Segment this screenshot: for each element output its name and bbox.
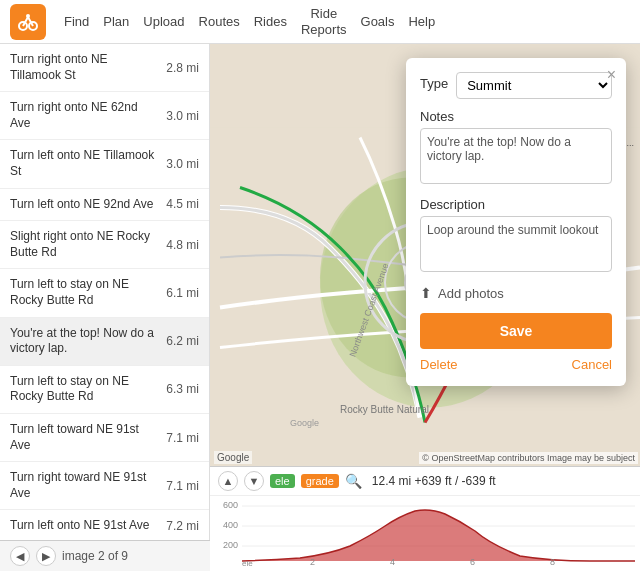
route-item[interactable]: Turn left onto NE Tillamook St3.0 mi [0, 140, 209, 188]
route-item-dist: 6.1 mi [166, 286, 199, 300]
page-label: image 2 of 9 [62, 549, 128, 563]
route-item-text: Turn left onto NE 91st Ave [10, 518, 158, 534]
overlay-panel: × Type Summit Sprint Climb Descent Photo… [406, 58, 626, 386]
elevation-controls: ▲ ▼ ele grade 🔍 12.4 mi +639 ft / -639 f… [210, 467, 640, 496]
nav-find[interactable]: Find [64, 14, 89, 29]
cancel-button[interactable]: Cancel [572, 357, 612, 372]
osm-attribution: © OpenStreetMap contributors Image may b… [419, 452, 638, 464]
route-item-dist: 3.0 mi [166, 109, 199, 123]
description-section: Description Loop around the summit looko… [420, 197, 612, 275]
route-item-text: Turn left onto NE 92nd Ave [10, 197, 158, 213]
route-item-text: You're at the top! Now do a victory lap. [10, 326, 158, 357]
route-item-dist: 6.2 mi [166, 334, 199, 348]
svg-text:8: 8 [550, 557, 555, 567]
next-arrow[interactable]: ▶ [36, 546, 56, 566]
svg-text:200: 200 [223, 540, 238, 550]
ele-next[interactable]: ▼ [244, 471, 264, 491]
route-item[interactable]: Turn right onto NE Tillamook St2.8 mi [0, 44, 209, 92]
bottom-bar: ◀ ▶ image 2 of 9 [0, 540, 210, 571]
route-item[interactable]: Turn left onto NE 92nd Ave4.5 mi [0, 189, 209, 222]
route-item-dist: 4.8 mi [166, 238, 199, 252]
camera-icon: ⬆ [420, 285, 432, 301]
route-item-text: Slight right onto NE Rocky Butte Rd [10, 229, 158, 260]
svg-text:(ft): (ft) [242, 567, 252, 568]
notes-section: Notes You're at the top! Now do a victor… [420, 109, 612, 187]
route-item-dist: 7.1 mi [166, 431, 199, 445]
elevation-svg: 600 400 200 ele (ft) 2 4 6 8 [210, 496, 640, 568]
svg-text:2: 2 [310, 557, 315, 567]
add-photos-row[interactable]: ⬆ Add photos [420, 285, 612, 301]
route-item-text: Turn left toward NE 91st Ave [10, 422, 158, 453]
delete-button[interactable]: Delete [420, 357, 458, 372]
svg-text:4: 4 [390, 557, 395, 567]
grade-badge[interactable]: grade [301, 474, 339, 488]
nav-upload[interactable]: Upload [143, 14, 184, 29]
nav-rides[interactable]: Rides [254, 14, 287, 29]
ele-badge[interactable]: ele [270, 474, 295, 488]
route-item-dist: 3.0 mi [166, 157, 199, 171]
svg-text:Google: Google [290, 418, 319, 428]
route-item-text: Turn right onto NE 62nd Ave [10, 100, 158, 131]
route-item-text: Turn right toward NE 91st Ave [10, 470, 158, 501]
route-item[interactable]: Turn left to stay on NE Rocky Butte Rd6.… [0, 269, 209, 317]
route-item-text: Turn left to stay on NE Rocky Butte Rd [10, 374, 158, 405]
type-label: Type [420, 76, 448, 91]
svg-point-2 [26, 14, 30, 18]
nav-plan[interactable]: Plan [103, 14, 129, 29]
nav-help[interactable]: Help [408, 14, 435, 29]
route-item[interactable]: Turn left onto NE 91st Ave7.2 mi [0, 510, 209, 543]
notes-textarea[interactable]: You're at the top! Now do a victory lap. [420, 128, 612, 184]
nav-links: Find Plan Upload Routes Rides RideReport… [64, 6, 435, 37]
main-layout: Turn right onto NE Tillamook St2.8 miTur… [0, 44, 640, 571]
notes-label: Notes [420, 109, 612, 124]
nav-routes[interactable]: Routes [199, 14, 240, 29]
nav-bar: Find Plan Upload Routes Rides RideReport… [0, 0, 640, 44]
route-item[interactable]: Turn right toward NE 91st Ave7.1 mi [0, 462, 209, 510]
bottom-actions: Delete Cancel [420, 357, 612, 372]
add-photos-label: Add photos [438, 286, 504, 301]
elevation-chart: 600 400 200 ele (ft) 2 4 6 8 [210, 496, 640, 568]
google-attribution: Google [214, 451, 252, 464]
save-button[interactable]: Save [420, 313, 612, 349]
type-select[interactable]: Summit Sprint Climb Descent Photo Food O… [456, 72, 612, 99]
route-item-dist: 2.8 mi [166, 61, 199, 75]
type-row: Type Summit Sprint Climb Descent Photo F… [420, 72, 612, 99]
description-label: Description [420, 197, 612, 212]
route-sidebar: Turn right onto NE Tillamook St2.8 miTur… [0, 44, 210, 571]
route-item-dist: 6.3 mi [166, 382, 199, 396]
route-item-dist: 7.2 mi [166, 519, 199, 533]
route-item-dist: 7.1 mi [166, 479, 199, 493]
route-item[interactable]: Turn right onto NE 62nd Ave3.0 mi [0, 92, 209, 140]
prev-arrow[interactable]: ◀ [10, 546, 30, 566]
nav-goals[interactable]: Goals [361, 14, 395, 29]
svg-text:600: 600 [223, 500, 238, 510]
route-item[interactable]: Slight right onto NE Rocky Butte Rd4.8 m… [0, 221, 209, 269]
elevation-bar: ▲ ▼ ele grade 🔍 12.4 mi +639 ft / -639 f… [210, 466, 640, 571]
route-item-dist: 4.5 mi [166, 197, 199, 211]
map-area: Portla... Rocky Butte Natural Google Nor… [210, 44, 640, 571]
svg-text:400: 400 [223, 520, 238, 530]
description-textarea[interactable]: Loop around the summit lookout [420, 216, 612, 272]
search-icon[interactable]: 🔍 [345, 473, 362, 489]
svg-text:6: 6 [470, 557, 475, 567]
app-logo[interactable] [10, 4, 46, 40]
route-item[interactable]: Turn left toward NE 91st Ave7.1 mi [0, 414, 209, 462]
svg-text:Rocky Butte Natural: Rocky Butte Natural [340, 404, 429, 415]
close-button[interactable]: × [607, 66, 616, 84]
nav-ride-reports[interactable]: RideReports [301, 6, 347, 37]
route-item[interactable]: Turn left to stay on NE Rocky Butte Rd6.… [0, 366, 209, 414]
route-item[interactable]: You're at the top! Now do a victory lap.… [0, 318, 209, 366]
route-item-text: Turn left onto NE Tillamook St [10, 148, 158, 179]
ele-prev[interactable]: ▲ [218, 471, 238, 491]
elevation-stats: 12.4 mi +639 ft / -639 ft [372, 474, 496, 488]
route-item-text: Turn left to stay on NE Rocky Butte Rd [10, 277, 158, 308]
route-item-text: Turn right onto NE Tillamook St [10, 52, 158, 83]
route-list: Turn right onto NE Tillamook St2.8 miTur… [0, 44, 209, 571]
